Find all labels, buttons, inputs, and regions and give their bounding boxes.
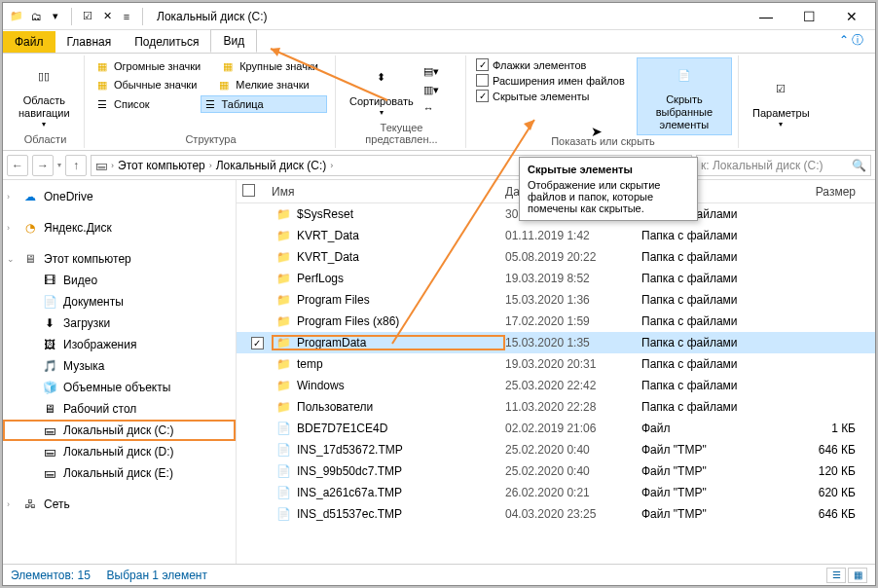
layout-small[interactable]: Мелкие значки [236,79,309,91]
dropdown-icon[interactable]: ▾ [48,9,63,24]
more-icon[interactable]: ≡ [119,9,134,24]
tab-file[interactable]: Файл [3,31,55,53]
up-button[interactable]: ↑ [65,155,87,176]
file-row[interactable]: 📁PerfLogs 19.03.2019 8:52 Папка с файлам… [237,268,875,289]
navigation-pane-button[interactable]: ▯▯ Область навигации [13,57,76,133]
close-button[interactable]: ✕ [830,3,873,30]
item-checkboxes-checkbox[interactable] [476,58,489,71]
maximize-button[interactable]: ☐ [787,3,830,30]
sidebar-item-8[interactable]: 🖴Локальный диск (D:) [3,441,236,462]
sort-label: Сортировать [349,95,414,108]
sidebar-item-2[interactable]: ⬇Загрузки [3,312,236,334]
layout-medium[interactable]: Обычные значки [114,79,197,91]
sidebar-item-label: Загрузки [63,316,110,330]
group-showhide-label: Показать или скрыть [474,135,732,148]
crumb-drive-c[interactable]: Локальный диск (C:) [216,159,327,172]
file-ext-checkbox[interactable] [476,74,489,87]
file-row[interactable]: 📁Program Files (x86) 17.02.2020 1:59 Пап… [237,311,875,332]
file-name: temp [297,357,323,371]
folder-icon: 📁 [9,9,24,24]
huge-icons-icon: ▦ [94,58,110,74]
window-title: Локальный диск (C:) [151,10,745,23]
col-size[interactable]: Размер [778,185,875,199]
hide-selected-button[interactable]: 📄 Скрыть выбранные элементы [637,57,732,135]
hidden-items-checkbox[interactable] [476,90,489,102]
file-name: $SysReset [297,207,353,221]
layout-huge[interactable]: Огромные значки [114,60,201,72]
sizecols-icon[interactable]: ↔ [423,102,439,114]
sort-button[interactable]: ⬍ Сортировать [344,57,420,122]
medium-icons-icon: ▦ [94,77,110,92]
file-icon: 📁 [275,378,291,393]
back-button[interactable]: ← [7,155,28,176]
select-all-checkbox[interactable] [242,184,255,197]
close-small-icon[interactable]: ✕ [99,9,115,24]
file-row[interactable]: 📄INS_a261c67a.TMP 26.02.2020 0:21 Файл "… [237,482,875,503]
tab-share[interactable]: Поделиться [123,31,210,53]
sidebar-item-7[interactable]: 🖴Локальный диск (C:) [3,420,236,441]
forward-button[interactable]: → [32,155,54,176]
file-row[interactable]: 📁ProgramData 15.03.2020 1:35 Папка с фай… [237,332,875,353]
tab-home[interactable]: Главная [55,31,124,53]
file-date: 19.03.2020 20:31 [505,357,641,371]
sidebar-network[interactable]: ›🖧Сеть [3,494,236,515]
layout-large[interactable]: Крупные значки [239,60,318,72]
details-icon: ☰ [202,96,218,112]
network-icon: 🖧 [22,496,38,512]
search-box[interactable]: к: Локальный диск (C:) 🔍 [696,155,871,176]
sidebar-item-label: Рабочий стол [63,402,136,416]
layout-list[interactable]: Список [114,98,150,110]
sidebar-item-4[interactable]: 🎵Музыка [3,355,236,377]
yandex-disk-icon: ◔ [22,220,38,236]
sidebar-item-0[interactable]: 🎞Видео [3,270,236,291]
view-details-button[interactable]: ☰ [826,568,846,583]
sidebar-item-6[interactable]: 🖥Рабочий стол [3,398,236,420]
file-name: PerfLogs [297,272,344,285]
tab-view[interactable]: Вид [210,29,257,53]
sidebar-item-5[interactable]: 🧊Объемные объекты [3,377,236,398]
checkbox-icon[interactable]: ☑ [80,9,95,24]
sidebar-onedrive[interactable]: ›☁OneDrive [3,186,236,207]
row-checkbox[interactable] [251,337,264,349]
navbar: ← → ▾ ↑ 🖴 › Этот компьютер › Локальный д… [3,151,875,180]
file-icon: 📄 [275,421,291,436]
sidebar-item-3[interactable]: 🖼Изображения [3,334,236,355]
crumb-thispc[interactable]: Этот компьютер [118,159,205,172]
sidebar-item-icon: 🖴 [42,423,57,438]
file-row[interactable]: 📁KVRT_Data 01.11.2019 1:42 Папка с файла… [237,225,875,246]
file-name: Program Files (x86) [297,314,399,328]
sidebar-item-label: Локальный диск (D:) [63,445,174,459]
sidebar-this-pc[interactable]: ⌄🖥Этот компьютер [3,248,236,270]
file-row[interactable]: 📁Program Files 15.03.2020 1:36 Папка с ф… [237,289,875,311]
history-dropdown[interactable]: ▾ [57,161,61,169]
sidebar-yandex-disk[interactable]: ›◔Яндекс.Диск [3,217,236,239]
sidebar-item-1[interactable]: 📄Документы [3,291,236,312]
file-icon: 📁 [275,228,291,243]
file-row[interactable]: 📁KVRT_Data 05.08.2019 20:22 Папка с файл… [237,246,875,268]
options-icon: ☑ [765,74,796,105]
addcols-icon[interactable]: ▥▾ [423,84,439,96]
file-row[interactable]: 📄BDE7D7E1CE4D 02.02.2019 21:06 Файл 1 КБ [237,418,875,439]
file-row[interactable]: 📄INS_99b50dc7.TMP 25.02.2020 0:40 Файл "… [237,460,875,482]
col-name[interactable]: Имя [272,185,505,199]
file-row[interactable]: 📄INS_d51537ec.TMP 04.03.2020 23:25 Файл … [237,503,875,525]
view-large-button[interactable]: ▦ [848,568,867,583]
options-button[interactable]: ☑ Параметры [747,57,816,145]
file-name: INS_99b50dc7.TMP [297,464,402,478]
small-icons-icon: ▦ [216,77,232,92]
file-type: Папка с файлами [641,229,778,242]
file-name: KVRT_Data [297,250,359,264]
file-icon: 📁 [275,271,291,286]
minimize-button[interactable]: — [745,3,787,30]
file-row[interactable]: 📁temp 19.03.2020 20:31 Папка с файлами [237,353,875,375]
file-row[interactable]: 📁Windows 25.03.2020 22:42 Папка с файлам… [237,375,875,396]
groupby-icon[interactable]: ▤▾ [423,65,439,78]
file-row[interactable]: 📁Пользователи 11.03.2020 22:28 Папка с ф… [237,396,875,418]
file-date: 02.02.2019 21:06 [505,422,641,435]
layout-details[interactable]: Таблица [222,98,264,110]
file-type: Папка с файлами [641,293,778,307]
ribbon-collapse[interactable]: ⌃ ⓘ [827,28,875,53]
hidden-items-label: Скрытые элементы [493,91,590,102]
file-row[interactable]: 📄INS_17d53672.TMP 25.02.2020 0:40 Файл "… [237,439,875,460]
sidebar-item-9[interactable]: 🖴Локальный диск (E:) [3,462,236,484]
